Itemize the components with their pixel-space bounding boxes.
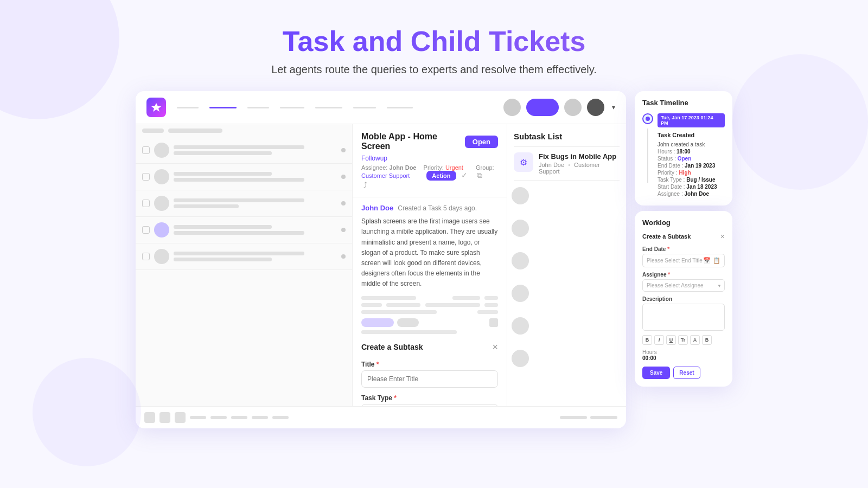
- ticket-list-panel: [136, 124, 353, 406]
- ticket-status-badge: Open: [465, 136, 498, 148]
- bg-decoration-1: [0, 0, 119, 119]
- ticket-checkbox-5[interactable]: [142, 253, 150, 260]
- ticket-item-5[interactable]: [136, 243, 352, 270]
- nav-item-7[interactable]: [387, 107, 413, 108]
- task-type-select[interactable]: Please Select Task type: [361, 404, 498, 407]
- ticket-item-2[interactable]: [136, 164, 352, 190]
- ticket-line: [174, 145, 304, 149]
- timeline-start-date: Start Date : Jan 18 2023: [658, 184, 725, 190]
- ticket-avatar-1: [154, 143, 169, 158]
- nav-chevron-icon[interactable]: ▾: [612, 104, 615, 111]
- worklog-form-title: Create a Subtask: [642, 233, 691, 240]
- task-type-select-wrapper: Please Select Task type: [361, 404, 498, 407]
- nav-item-4[interactable]: [280, 107, 304, 108]
- title-label: Title *: [361, 361, 498, 368]
- ticket-avatar-2: [154, 169, 169, 184]
- group-value: Customer Support: [361, 172, 410, 179]
- priority-value: Urgent: [445, 164, 463, 171]
- wl-tool-color[interactable]: A: [690, 335, 700, 345]
- subtask-info: Fix Bugs in Mobile App John Doe • Custom…: [539, 152, 620, 175]
- nav-item-5[interactable]: [315, 107, 342, 108]
- wl-tool-italic[interactable]: I: [654, 335, 664, 345]
- ticket-checkbox-3[interactable]: [142, 200, 150, 207]
- timeline-assignee: Assignee : John Doe: [658, 191, 725, 197]
- timeline-end-date: End Date : Jan 19 2023: [658, 163, 725, 169]
- title-input[interactable]: [361, 370, 498, 388]
- subtask-item-1[interactable]: ⚙ Fix Bugs in Mobile App John Doe • Cust…: [514, 147, 620, 181]
- worklog-close-button[interactable]: ×: [720, 232, 725, 241]
- wl-tool-bold2[interactable]: B: [702, 335, 712, 345]
- bb-bar-3: [231, 416, 247, 419]
- ticket-dot-4: [341, 228, 346, 232]
- timeline-dot: [642, 113, 653, 124]
- timeline-details: Tue, Jan 17 2023 01:24 PM Task Created J…: [658, 113, 725, 198]
- wl-end-date-input[interactable]: Please Select End Title 📅 📋: [642, 254, 725, 267]
- ticket-checkbox-4[interactable]: [142, 226, 150, 234]
- ticket-line: [174, 178, 304, 182]
- nav-avatar-dark[interactable]: [587, 99, 604, 116]
- subtask-list-header: Subtask List: [514, 132, 620, 147]
- ticket-item-3[interactable]: [136, 190, 352, 217]
- header-section: Task and Child Tickets Let agents route …: [271, 0, 597, 76]
- right-circle-6: [512, 350, 529, 367]
- worklog-title: Worklog: [642, 219, 725, 227]
- ticket-avatar-3: [154, 196, 169, 211]
- timeline-line: [647, 129, 648, 183]
- ticket-line: [174, 225, 272, 229]
- wl-description-textarea[interactable]: [642, 304, 725, 331]
- ticket-lines-5: [174, 252, 337, 261]
- ticket-line: [174, 198, 304, 202]
- form-group-title: Title *: [361, 361, 498, 388]
- nav-avatar-active[interactable]: [526, 99, 559, 116]
- logo-icon: [151, 102, 162, 113]
- main-container: ▾: [136, 91, 732, 428]
- close-subtask-button[interactable]: ×: [492, 342, 498, 353]
- ticket-meta: Assignee: John Doe Priority: Urgent Grou…: [361, 164, 498, 189]
- wl-assignee-label: Assignee *: [642, 272, 725, 278]
- wl-assignee-select[interactable]: Please Select Assignee: [642, 279, 725, 292]
- header-bar-short: [142, 129, 164, 133]
- share-icon[interactable]: ⤴: [363, 181, 367, 189]
- wl-tool-underline[interactable]: U: [666, 335, 676, 345]
- ticket-tag: Followup: [361, 155, 498, 162]
- wl-save-button[interactable]: Save: [642, 367, 670, 379]
- page-wrapper: Task and Child Tickets Let agents route …: [0, 0, 868, 488]
- nav-item-1[interactable]: [177, 107, 199, 108]
- ticket-lines-2: [174, 172, 337, 182]
- copy-icon[interactable]: ⧉: [477, 171, 482, 179]
- ticket-item-4[interactable]: [136, 217, 352, 243]
- create-subtask-form: Create a Subtask × Title *: [353, 334, 507, 407]
- ticket-item-1[interactable]: [136, 137, 352, 164]
- wl-tool-strikethrough[interactable]: Tr: [678, 335, 688, 345]
- ticket-checkbox-2[interactable]: [142, 173, 150, 181]
- bg-decoration-3: [732, 54, 868, 190]
- ticket-list-header: [136, 124, 352, 137]
- wl-end-date-placeholder: Please Select End Title: [647, 258, 703, 264]
- check-icon[interactable]: ✓: [461, 171, 468, 179]
- worklog-panel: Worklog Create a Subtask × End Date * Pl…: [635, 211, 732, 387]
- ticket-checkbox-1[interactable]: [142, 146, 150, 154]
- right-panels: Task Timeline Tue, Jan 17 2023 01:24 PM …: [635, 91, 732, 387]
- nav-item-6[interactable]: [353, 107, 376, 108]
- wl-reset-button[interactable]: Reset: [673, 367, 700, 379]
- nav-item-2[interactable]: [209, 107, 237, 108]
- content-inner: Moble App - Home Screen Open Followup As…: [136, 124, 626, 406]
- wl-notes-icon: 📋: [713, 257, 720, 264]
- ticket-dot-1: [341, 148, 346, 152]
- wl-tool-bold[interactable]: B: [642, 335, 652, 345]
- nav-avatar-1[interactable]: [503, 99, 521, 116]
- ticket-line: [174, 258, 272, 261]
- nav-right: ▾: [503, 99, 615, 116]
- action-button[interactable]: Action: [426, 171, 456, 181]
- bb-square-3: [175, 412, 186, 423]
- right-circle-5: [512, 317, 529, 335]
- timeline-dot-col: [642, 113, 653, 183]
- bb-bar-right-2: [590, 416, 617, 419]
- timeline-priority: Priority : High: [658, 170, 725, 176]
- created-text: Created a Task 5 days ago.: [398, 204, 477, 212]
- wl-form-group-end-date: End Date * Please Select End Title 📅 📋: [642, 246, 725, 267]
- nav-avatar-2[interactable]: [564, 99, 582, 116]
- ticket-author-row: John Doe Created a Task 5 days ago.: [361, 204, 498, 212]
- nav-item-3[interactable]: [247, 107, 269, 108]
- ticket-line: [174, 151, 272, 155]
